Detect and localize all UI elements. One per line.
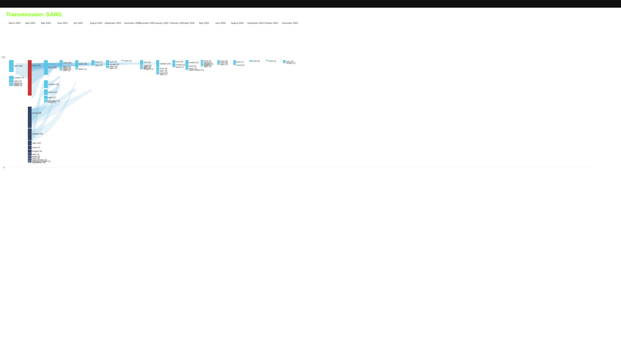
chart-area: 175 0 March 2003 April 2003 May 2003 Jun…	[0, 20, 621, 182]
svg-text:seks (1): seks (1)	[160, 73, 167, 76]
svg-text:seks (1): seks (1)	[63, 69, 70, 71]
node-june-mond	[60, 68, 62, 69]
svg-text:hoest (1): hoest (1)	[176, 66, 184, 68]
node-may-hoest	[44, 101, 48, 102]
svg-text:lucht (15): lucht (15)	[79, 63, 87, 65]
node-dec2003-mond	[140, 65, 143, 66]
svg-text:mond (1): mond (1)	[237, 64, 245, 66]
node-may-aanraken	[44, 100, 48, 101]
node-dec2003-lucht	[140, 60, 143, 64]
node-may2004-lucht	[201, 60, 203, 61]
svg-text:lucht (4): lucht (4)	[189, 65, 196, 67]
svg-text:contact (14): contact (14)	[160, 63, 171, 65]
node-oct2004-lucht	[266, 60, 268, 61]
node-june-teken	[60, 67, 62, 68]
page-title: Transmission- SARS	[0, 8, 621, 20]
node-nov2004-contact	[283, 62, 285, 63]
node-jan2004-contact	[156, 60, 159, 67]
node-june-seks	[60, 69, 62, 70]
node-feb2004-contact	[172, 63, 175, 66]
node-nov2003-lucht	[121, 60, 124, 61]
node-sep2003-lucht	[106, 60, 109, 63]
node-may2004-hoest	[201, 64, 203, 65]
svg-text:hoest (1): hoest (1)	[48, 101, 56, 103]
node-april-nauw	[28, 159, 32, 160]
svg-text:contact (1): contact (1)	[286, 62, 295, 64]
node-may-mond	[44, 89, 48, 95]
y-axis-top: 175	[1, 56, 5, 59]
svg-text:ogen (3): ogen (3)	[160, 70, 167, 72]
node-jan2004-ogen	[156, 70, 159, 71]
node-jan2004-seks	[156, 74, 159, 74]
node-april-bio	[28, 160, 32, 161]
node-march-lucht	[9, 60, 14, 72]
node-july-lucht	[75, 60, 78, 67]
svg-text:druppel (6): druppel (6)	[32, 150, 42, 152]
svg-text:mond (11): mond (11)	[48, 91, 58, 93]
svg-text:ogen (10): ogen (10)	[32, 142, 41, 144]
svg-text:lucht (73): lucht (73)	[32, 65, 41, 67]
node-march-hoest	[9, 85, 14, 86]
node-march-contact	[9, 76, 14, 80]
svg-text:lucht (5): lucht (5)	[176, 61, 183, 63]
svg-text:ogen (1): ogen (1)	[110, 67, 117, 69]
node-feb2004-hoest	[172, 66, 175, 67]
svg-text:lucht (6): lucht (6)	[110, 61, 117, 63]
svg-text:hoest (7): hoest (7)	[32, 147, 40, 149]
node-april-hoest	[28, 146, 32, 149]
node-aug-ogen	[92, 64, 94, 66]
svg-text:lucht (4): lucht (4)	[160, 67, 167, 70]
svg-text:lucht (2): lucht (2)	[253, 60, 260, 62]
node-feb2004-lucht	[172, 60, 175, 63]
svg-text:nauw contact (1): nauw contact (1)	[189, 69, 204, 71]
node-jan2004-lucht	[156, 67, 159, 69]
node-jun2004-ogen	[217, 64, 220, 65]
svg-text:contact (9): contact (9)	[189, 61, 199, 64]
svg-text:lucht (1): lucht (1)	[124, 60, 132, 62]
node-sep2003-ogen	[106, 67, 109, 68]
node-june-ogen	[60, 66, 62, 67]
node-jan2004-mond	[156, 72, 159, 73]
node-aug-lucht	[92, 60, 94, 64]
node-sep2003-contact	[106, 64, 109, 65]
top-bar	[0, 0, 621, 8]
svg-text:ogen (2): ogen (2)	[220, 63, 228, 66]
node-apr2004-nauw	[186, 69, 189, 70]
node-april-teken	[28, 156, 32, 157]
node-may2004-mond	[201, 62, 203, 63]
node-may-ogen	[44, 96, 48, 99]
node-dec2003-ogen	[140, 66, 143, 67]
node-aug2004-lucht	[233, 60, 236, 64]
svg-text:seks (4): seks (4)	[32, 153, 39, 156]
svg-text:mond (43): mond (43)	[32, 112, 41, 114]
svg-text:contact (5): contact (5)	[176, 64, 185, 66]
node-may2004-ogen	[201, 66, 203, 66]
node-april-seks	[28, 153, 32, 155]
svg-text:ogen (2): ogen (2)	[95, 64, 103, 66]
node-apr2004-hoest	[186, 67, 189, 69]
node-nov2004-lucht	[283, 60, 285, 62]
svg-text:slijmvliezen (1): slijmvliezen (1)	[32, 161, 46, 164]
node-march-ogen	[9, 80, 14, 82]
svg-text:lucht (10): lucht (10)	[63, 62, 71, 64]
node-april-contact	[28, 129, 32, 140]
node-march-teken	[9, 84, 14, 85]
node-april-lucht	[28, 60, 32, 96]
node-april-slijm	[28, 162, 32, 162]
node-sep2003-teken	[106, 66, 109, 67]
node-june-lucht	[60, 60, 62, 65]
node-jun2004-lucht	[217, 62, 220, 63]
svg-text:druppel (1): druppel (1)	[143, 68, 153, 70]
node-dec2003-druppel	[140, 68, 143, 69]
node-aug2004-mond	[233, 64, 236, 65]
svg-text:lucht (1): lucht (1)	[269, 60, 276, 62]
node-july-ogen	[75, 68, 78, 69]
svg-text:ogen (1): ogen (1)	[204, 65, 211, 67]
node-apr2004-contact	[186, 60, 189, 65]
node-april-druppel	[28, 150, 32, 153]
node-march-mond	[9, 83, 14, 83]
node-apr2004-lucht	[186, 65, 189, 67]
svg-text:teken (1): teken (1)	[79, 68, 87, 70]
svg-text:lucht (7): lucht (7)	[237, 61, 244, 63]
svg-text:lucht (8): lucht (8)	[143, 61, 151, 64]
